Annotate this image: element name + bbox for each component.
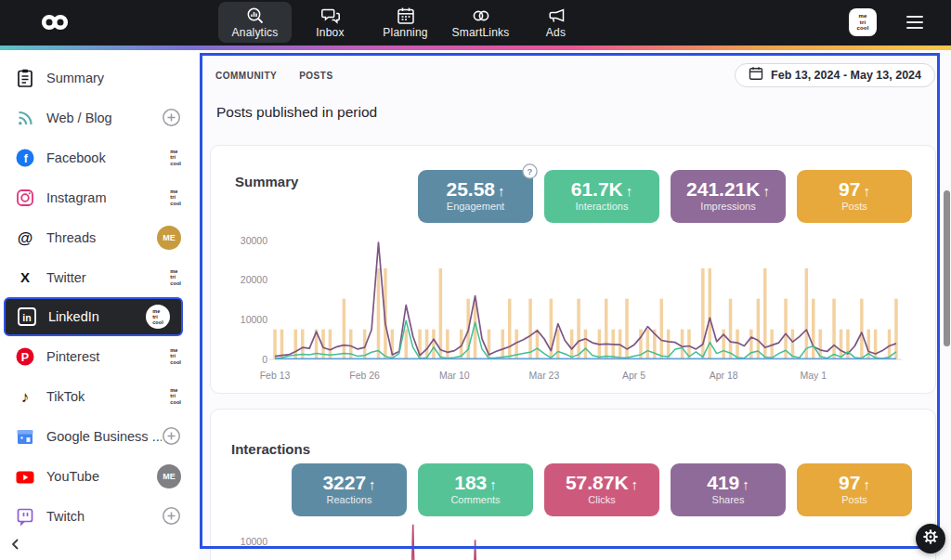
account-badge-line: cool [856, 25, 868, 32]
x-icon: X [14, 267, 36, 289]
summary-metrics-row: 25.58↑Engagement?61.7K↑Interactions241.2… [418, 170, 912, 223]
sidebar-item-pinterest[interactable]: PPinterestmetricool [0, 336, 198, 376]
sidebar-item-threads[interactable]: @ThreadsME [0, 217, 198, 257]
metricool-brand-badge: metricool [170, 268, 181, 285]
trend-up-arrow-icon: ↑ [369, 476, 376, 492]
svg-text:20000: 20000 [241, 274, 267, 285]
svg-text:Feb 13: Feb 13 [260, 370, 291, 381]
add-connection-icon[interactable] [162, 426, 181, 446]
metric-label: Comments [450, 494, 500, 505]
metricool-brand-badge: metricool [170, 189, 181, 205]
svg-text:Mar 10: Mar 10 [439, 370, 470, 381]
sidebar-item-facebook[interactable]: fFacebookmetricool [0, 137, 198, 177]
topnav-item-inbox[interactable]: Inbox [293, 2, 367, 43]
tab-community[interactable]: COMMUNITY [215, 71, 277, 81]
topnav-label: Ads [546, 26, 566, 39]
topnav-item-analytics[interactable]: Analytics [218, 2, 292, 43]
metricool-brand-badge: metricool [170, 347, 181, 364]
tab-posts[interactable]: POSTS [299, 71, 332, 81]
svg-text:Feb 26: Feb 26 [349, 370, 380, 381]
metric-value: 97 [839, 178, 860, 200]
trend-up-arrow-icon: ↑ [863, 476, 870, 492]
trend-up-arrow-icon: ↑ [489, 476, 497, 492]
section-tabs: COMMUNITY POSTS [215, 71, 333, 81]
sidebar-item-label: Pinterest [46, 349, 170, 364]
topnav-label: SmartLinks [451, 26, 509, 39]
sidebar-item-web-blog[interactable]: Web / Blog [0, 98, 198, 137]
trend-up-arrow-icon: ↑ [626, 183, 633, 199]
youtube-icon [14, 465, 36, 488]
topnav-item-planning[interactable]: Planning [369, 2, 442, 43]
smartlinks-icon [471, 7, 491, 25]
metric-card-reactions: 3227↑Reactions [292, 463, 407, 516]
sidebar-item-label: Instagram [46, 190, 170, 205]
sidebar-item-twitter[interactable]: XTwittermetricool [0, 257, 198, 297]
inbox-icon [320, 7, 341, 25]
metric-card-interactions: 61.7K↑Interactions [544, 170, 659, 223]
svg-text:@: @ [18, 228, 33, 246]
metric-label: Engagement [447, 201, 504, 212]
svg-text:in: in [22, 312, 31, 323]
settings-floating-button[interactable] [916, 524, 945, 553]
add-connection-icon[interactable] [162, 108, 181, 127]
interactions-heading: Interactions [231, 441, 310, 457]
sidebar-item-linkedin[interactable]: inLinkedInmetricool [4, 297, 183, 336]
metric-label: Posts [841, 494, 867, 505]
account-badge[interactable]: me tri cool [849, 8, 877, 36]
sidebar-item-youtube[interactable]: YouTubeME [0, 456, 198, 496]
summary-evolution-chart: 0100002000030000Feb 13Feb 26Mar 10Mar 23… [227, 231, 932, 389]
app-window: AnalyticsInboxPlanningSmartLinksAds me t… [0, 0, 951, 560]
metric-card-shares: 419↑Shares [671, 463, 786, 516]
rss-icon [14, 107, 36, 129]
planning-icon [396, 7, 416, 25]
sidebar-item-summary[interactable]: Summary [0, 58, 198, 98]
svg-text:Apr 18: Apr 18 [710, 370, 738, 381]
sidebar-item-twitch[interactable]: Twitch [0, 496, 198, 536]
interactions-metrics-row: 3227↑Reactions183↑Comments57.87K↑Clicks4… [292, 463, 912, 516]
metric-card-clicks: 57.87K↑Clicks [544, 463, 659, 516]
svg-text:♪: ♪ [21, 388, 30, 406]
top-navigation-bar: AnalyticsInboxPlanningSmartLinksAds me t… [0, 0, 951, 46]
metric-value: 3227 [322, 472, 366, 493]
trend-up-arrow-icon: ↑ [632, 476, 639, 492]
vertical-scrollbar-thumb[interactable] [944, 190, 950, 346]
metricool-logo-icon[interactable] [39, 13, 71, 35]
gear-icon [922, 528, 939, 549]
svg-text:Apr 5: Apr 5 [622, 370, 645, 381]
sidebar-item-instagram[interactable]: Instagrammetricool [0, 177, 198, 217]
help-icon[interactable]: ? [522, 163, 538, 183]
facebook-icon: f [14, 147, 36, 169]
sidebar-item-label: Google Business ... [46, 429, 162, 444]
hamburger-menu-icon[interactable] [906, 16, 923, 29]
topnav-label: Planning [383, 26, 427, 39]
sidebar-item-google-business[interactable]: Google Business ... [0, 416, 198, 456]
sidebar-item-label: Threads [46, 230, 157, 245]
instagram-icon [14, 187, 36, 209]
add-connection-icon[interactable] [162, 506, 181, 526]
metric-label: Impressions [700, 201, 755, 212]
interactions-evolution-chart: 10000 [227, 519, 932, 560]
account-badge-line: me [858, 13, 866, 20]
topnav-item-smartlinks[interactable]: SmartLinks [444, 2, 517, 43]
analytics-icon [245, 7, 266, 25]
metric-value: 25.58 [446, 178, 495, 200]
sidebar-collapse-button[interactable] [8, 537, 23, 555]
metric-label: Clicks [588, 494, 615, 505]
topnav-label: Analytics [232, 26, 279, 39]
tiktok-icon: ♪ [14, 385, 36, 408]
account-initials-badge: ME [157, 464, 181, 488]
interactions-card: Interactions 3227↑Reactions183↑Comments5… [210, 409, 936, 560]
metric-value: 97 [839, 472, 860, 493]
channels-sidebar: SummaryWeb / BlogfFacebookmetricoolInsta… [0, 50, 198, 560]
summary-heading: Summary [235, 174, 298, 189]
summary-card: Summary 25.58↑Engagement?61.7K↑Interacti… [210, 145, 936, 394]
sidebar-item-tiktok[interactable]: ♪TikTokmetricool [0, 376, 198, 416]
trend-up-arrow-icon: ↑ [742, 476, 749, 492]
topnav-item-ads[interactable]: Ads [519, 2, 593, 43]
metric-value: 419 [707, 472, 739, 493]
trend-up-arrow-icon: ↑ [762, 183, 770, 199]
svg-text:X: X [20, 269, 30, 285]
date-range-picker[interactable]: Feb 13, 2024 - May 13, 2024 [735, 63, 935, 87]
account-initials-badge: ME [157, 226, 181, 250]
threads-icon: @ [14, 227, 36, 249]
